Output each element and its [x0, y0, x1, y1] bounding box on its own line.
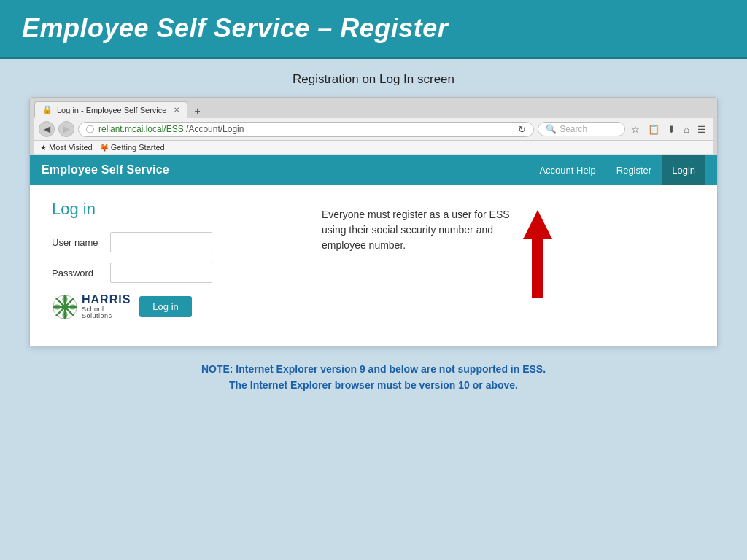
username-label: User name [52, 237, 110, 248]
bookmark-getting-started[interactable]: 🦊 Getting Started [100, 143, 165, 152]
home-icon[interactable]: ⌂ [681, 124, 692, 135]
account-help-nav-link[interactable]: Account Help [529, 155, 605, 185]
browser-chrome: 🔒 Log in - Employee Self Service ✕ + ◀ ▶… [30, 98, 717, 155]
harris-name: HARRIS [82, 293, 131, 306]
new-tab-button[interactable]: + [190, 104, 204, 118]
tab-close-icon[interactable]: ✕ [174, 106, 179, 114]
browser-tab-active[interactable]: 🔒 Log in - Employee Self Service ✕ [34, 101, 187, 118]
password-input[interactable] [110, 262, 212, 283]
slide-header: Employee Self Service – Register [0, 0, 747, 59]
svg-point-9 [69, 304, 77, 309]
ess-annotation: Everyone must register as a user for ESS… [322, 200, 695, 331]
harris-logo: HARRIS School Solutions [52, 293, 131, 320]
svg-marker-10 [523, 210, 552, 298]
annotation-text: Everyone must register as a user for ESS… [322, 207, 511, 253]
firefox-icon: 🦊 [100, 144, 109, 152]
password-group: Password [52, 262, 300, 283]
note-line2: The Internet Explorer browser must be ve… [29, 377, 718, 393]
login-button[interactable]: Log in [139, 296, 191, 317]
forward-button[interactable]: ▶ [58, 121, 74, 137]
svg-point-6 [62, 295, 67, 303]
url-path: /Account/Login [184, 124, 244, 134]
bookmark-star-icon[interactable]: ☆ [629, 124, 642, 135]
harris-sub2: Solutions [82, 313, 131, 320]
bookmark-icon: ★ [40, 144, 47, 152]
menu-icon[interactable]: ☰ [695, 124, 708, 135]
login-nav-link[interactable]: Login [662, 155, 705, 185]
download-icon[interactable]: ⬇ [665, 124, 678, 135]
harris-text-block: HARRIS School Solutions [82, 293, 131, 320]
url-domain: reliant.mcai.local/ESS [98, 124, 184, 134]
tab-label: Log in - Employee Self Service [57, 106, 166, 114]
bookmarks-bar: ★ Most Visited 🦊 Getting Started [34, 141, 713, 155]
registration-subtitle: Registration on Log In screen [29, 72, 718, 87]
tab-favicon: 🔒 [42, 105, 53, 114]
slide-title: Employee Self Service – Register [22, 13, 725, 44]
red-arrow-up [523, 207, 552, 298]
search-icon: 🔍 [546, 124, 557, 134]
search-placeholder: Search [560, 124, 587, 134]
bookmark-label-2: Getting Started [111, 143, 165, 152]
ess-navbar: Employee Self Service Account Help Regis… [30, 155, 717, 185]
ess-content: Log in User name Password [30, 185, 717, 346]
password-label: Password [52, 268, 110, 279]
harris-wheel-svg [52, 294, 78, 320]
slide-body: Registration on Log In screen 🔒 Log in -… [0, 59, 747, 408]
username-input[interactable] [110, 232, 212, 252]
address-bar-row: ◀ ▶ ⓘ reliant.mcai.local/ESS /Account/Lo… [34, 118, 713, 141]
username-group: User name [52, 232, 300, 252]
url-text: reliant.mcai.local/ESS /Account/Login [98, 124, 244, 134]
svg-point-7 [62, 311, 67, 319]
bottom-note: NOTE: Internet Explorer version 9 and be… [29, 361, 718, 394]
tab-bar: 🔒 Log in - Employee Self Service ✕ + [34, 101, 713, 118]
search-bar[interactable]: 🔍 Search [538, 122, 625, 136]
register-nav-link[interactable]: Register [606, 155, 662, 185]
refresh-icon[interactable]: ↻ [518, 124, 526, 135]
login-title: Log in [52, 200, 300, 219]
browser-mockup: 🔒 Log in - Employee Self Service ✕ + ◀ ▶… [29, 97, 718, 346]
ess-nav-links: Account Help Register Login [529, 155, 705, 185]
bookmark-list-icon[interactable]: 📋 [646, 124, 662, 135]
svg-point-5 [62, 304, 67, 309]
svg-point-8 [53, 304, 61, 309]
ess-brand-label: Employee Self Service [42, 163, 169, 176]
url-security-icon: ⓘ [86, 124, 94, 135]
ess-app: Employee Self Service Account Help Regis… [30, 155, 717, 346]
harris-logo-area: HARRIS School Solutions Log in [52, 293, 300, 320]
note-line1: NOTE: Internet Explorer version 9 and be… [29, 361, 718, 377]
red-arrow-svg [523, 210, 552, 298]
back-button[interactable]: ◀ [39, 121, 55, 137]
bookmark-label: Most Visited [49, 143, 93, 152]
ess-login-form: Log in User name Password [52, 200, 300, 331]
url-bar[interactable]: ⓘ reliant.mcai.local/ESS /Account/Login … [78, 122, 534, 137]
bookmark-most-visited[interactable]: ★ Most Visited [40, 143, 93, 152]
